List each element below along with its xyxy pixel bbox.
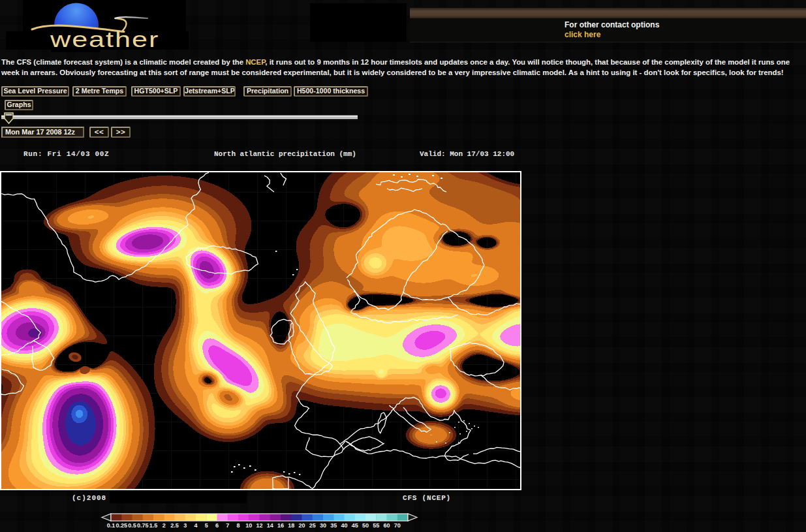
svg-text:0.5: 0.5 bbox=[128, 522, 136, 529]
svg-text:14: 14 bbox=[267, 522, 273, 529]
svg-text:60: 60 bbox=[383, 522, 390, 529]
svg-text:6: 6 bbox=[215, 522, 219, 529]
svg-text:7: 7 bbox=[226, 522, 229, 529]
svg-text:12: 12 bbox=[256, 522, 262, 529]
svg-text:16: 16 bbox=[277, 522, 284, 529]
svg-text:70: 70 bbox=[394, 522, 401, 529]
svg-text:45: 45 bbox=[352, 522, 358, 529]
svg-text:0.75: 0.75 bbox=[137, 522, 149, 529]
svg-text:25: 25 bbox=[309, 522, 316, 529]
svg-text:8: 8 bbox=[236, 522, 240, 529]
svg-text:40: 40 bbox=[341, 522, 347, 529]
svg-text:4: 4 bbox=[194, 522, 197, 529]
svg-text:5: 5 bbox=[205, 522, 208, 529]
svg-text:0.1: 0.1 bbox=[107, 522, 116, 529]
svg-text:30: 30 bbox=[320, 522, 326, 529]
svg-text:20: 20 bbox=[298, 522, 305, 529]
svg-text:2: 2 bbox=[163, 522, 166, 529]
svg-text:1.5: 1.5 bbox=[149, 522, 158, 529]
svg-text:10: 10 bbox=[245, 522, 252, 529]
svg-text:55: 55 bbox=[373, 522, 379, 529]
svg-text:weather: weather bbox=[50, 27, 159, 52]
svg-text:18: 18 bbox=[288, 522, 294, 529]
svg-text:50: 50 bbox=[362, 522, 369, 529]
svg-text:3: 3 bbox=[183, 522, 187, 529]
svg-text:35: 35 bbox=[330, 522, 337, 529]
svg-text:2.5: 2.5 bbox=[170, 522, 179, 529]
svg-text:0.25: 0.25 bbox=[116, 522, 127, 529]
